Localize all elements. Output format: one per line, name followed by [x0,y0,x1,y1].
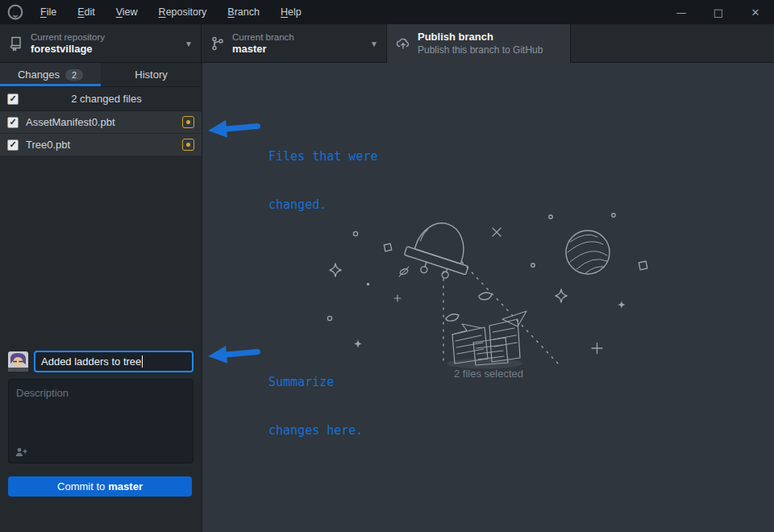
user-avatar [8,351,28,372]
changes-history-tabs: Changes 2 History [0,63,202,87]
modified-status-icon [182,116,194,128]
close-button[interactable]: ✕ [737,0,774,24]
commit-to-master-button[interactable]: Commit to master [8,476,192,497]
main-content: 2 files selected Files that were changed… [202,63,774,532]
files-selected-caption: 2 files selected [331,368,646,380]
current-branch-label: Current branch [232,31,294,43]
window-controls: — □ ✕ [663,0,774,24]
commit-form: Added ladders to tree Description Commit… [0,343,202,505]
current-repository-dropdown[interactable]: Current repository forestvillage ▼ [0,24,202,63]
file-checkbox[interactable]: ✓ [7,117,19,128]
description-placeholder: Description [16,387,69,399]
changed-files-count: 2 changed files [19,93,194,105]
publish-branch-subtitle: Publish this branch to GitHub [418,44,543,56]
annotation-line: Summarize [268,374,363,390]
left-arrow-icon [206,339,263,368]
current-repository-value: forestvillage [31,43,105,56]
add-coauthor-icon[interactable] [15,447,27,457]
commit-description-textarea[interactable]: Description [8,379,194,463]
current-branch-value: master [232,43,294,56]
commit-button-branch: master [108,480,143,493]
annotation-files-changed: Files that were changed. [207,116,377,245]
repo-book-icon [8,35,24,52]
tab-history[interactable]: History [101,63,202,86]
commit-summary-input[interactable]: Added ladders to tree [34,351,194,372]
changed-files-header: ✓ 2 changed files [0,87,202,111]
left-arrow-icon [206,114,263,143]
file-name: Tree0.pbt [26,139,182,151]
file-name: AssetManifest0.pbt [26,116,182,128]
menu-item-help[interactable]: Help [272,3,310,21]
github-desktop-window: File Edit View Repository Branch Help — … [0,0,774,532]
annotation-line: changed. [268,197,377,213]
titlebar: File Edit View Repository Branch Help — … [0,0,774,24]
tab-changes[interactable]: Changes 2 [0,63,101,86]
sidebar: Changes 2 History ✓ 2 changed files ✓ As… [0,63,202,532]
publish-branch-button[interactable]: Publish branch Publish this branch to Gi… [387,24,571,63]
chevron-down-icon: ▼ [185,39,193,48]
tab-history-label: History [135,69,167,81]
text-caret [142,355,143,368]
maximize-button[interactable]: □ [700,0,737,24]
annotation-line: changes here. [268,422,363,438]
annotation-line: Files that were [268,148,377,164]
annotation-summarize-changes: Summarize changes here. [207,342,363,471]
modified-status-icon [182,139,194,151]
github-logo-icon [7,4,23,20]
menu-item-branch[interactable]: Branch [218,3,268,21]
changes-count-badge: 2 [65,69,83,81]
cloud-upload-icon [395,35,411,52]
file-row-assetmanifest[interactable]: ✓ AssetManifest0.pbt [0,111,202,134]
minimize-button[interactable]: — [663,0,700,24]
publish-branch-title: Publish branch [418,31,543,44]
menu-item-view[interactable]: View [107,3,147,21]
commit-summary-value: Added ladders to tree [41,355,141,368]
menu-item-file[interactable]: File [31,3,65,21]
menu-item-repository[interactable]: Repository [150,3,216,21]
commit-button-prefix: Commit to [57,480,105,493]
menu-item-edit[interactable]: Edit [69,3,104,21]
select-all-checkbox[interactable]: ✓ [7,94,19,105]
tab-changes-label: Changes [18,69,60,81]
menu-bar: File Edit View Repository Branch Help [31,3,310,21]
git-branch-icon [210,35,226,52]
chevron-down-icon: ▼ [370,39,378,48]
file-row-tree0[interactable]: ✓ Tree0.pbt [0,134,202,156]
file-checkbox[interactable]: ✓ [7,139,19,151]
current-repository-label: Current repository [31,31,105,43]
toolbar: Current repository forestvillage ▼ Curre… [0,24,774,63]
current-branch-dropdown[interactable]: Current branch master ▼ [202,24,387,63]
